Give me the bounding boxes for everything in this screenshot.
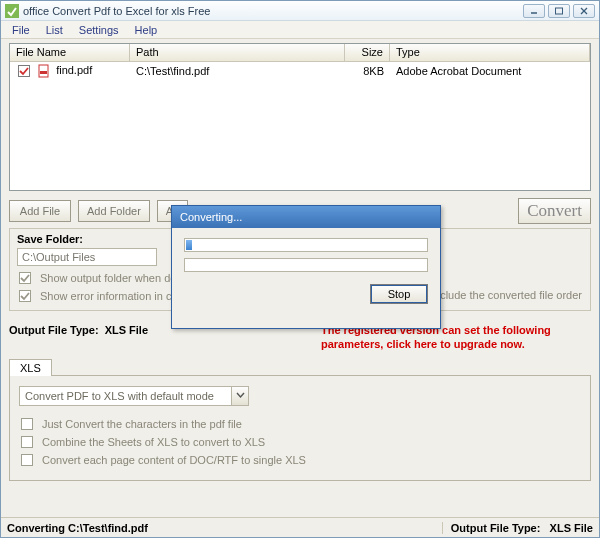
dialog-body: Stop [172, 228, 440, 328]
menu-file[interactable]: File [5, 23, 37, 37]
opt-each-page-label: Convert each page content of DOC/RTF to … [42, 454, 306, 466]
file-grid[interactable]: File Name Path Size Type find.pdf C:\Tes… [9, 43, 591, 191]
mode-combo[interactable]: Convert PDF to XLS with default mode [19, 386, 249, 406]
checkbox-icon [21, 454, 33, 466]
main-window: office Convert Pdf to Excel for xls Free… [0, 0, 600, 538]
tab-body: Convert PDF to XLS with default mode Jus… [9, 375, 591, 481]
app-icon [5, 4, 19, 18]
progress-fill [186, 240, 192, 250]
opt-combine-label: Combine the Sheets of XLS to convert to … [42, 436, 265, 448]
opt-just-chars-label: Just Convert the characters in the pdf f… [42, 418, 242, 430]
statusbar: Converting C:\Test\find.pdf Output File … [1, 517, 599, 537]
col-type[interactable]: Type [390, 44, 590, 61]
minimize-button[interactable] [523, 4, 545, 18]
opt-show-folder-label: Show output folder when done [40, 272, 189, 284]
menubar: File List Settings Help [1, 21, 599, 39]
add-folder-button[interactable]: Add Folder [78, 200, 150, 222]
checkbox-icon [21, 418, 33, 430]
window-title: office Convert Pdf to Excel for xls Free [23, 5, 523, 17]
cell-type: Adobe Acrobat Document [390, 63, 590, 79]
opt-include-order-label: Include the converted file order [431, 289, 582, 301]
cell-file-name: find.pdf [10, 62, 130, 80]
menu-list[interactable]: List [39, 23, 70, 37]
col-path[interactable]: Path [130, 44, 345, 61]
combo-selected: Convert PDF to XLS with default mode [20, 390, 231, 402]
tab-xls[interactable]: XLS [9, 359, 52, 376]
checkbox-icon [19, 272, 31, 284]
checkbox-icon [19, 290, 31, 302]
chevron-down-icon[interactable] [231, 387, 248, 405]
cell-size: 8KB [345, 63, 390, 79]
file-name-text: find.pdf [56, 64, 92, 76]
window-buttons [523, 4, 595, 18]
status-right: Output File Type: XLS File [442, 522, 593, 534]
maximize-button[interactable] [548, 4, 570, 18]
stop-button[interactable]: Stop [370, 284, 428, 304]
col-size[interactable]: Size [345, 44, 390, 61]
menu-help[interactable]: Help [128, 23, 165, 37]
output-type-value: XLS File [105, 324, 148, 336]
row-checkbox[interactable] [18, 65, 30, 77]
output-type-label: Output File Type: [9, 324, 99, 336]
status-left: Converting C:\Test\find.pdf [7, 522, 148, 534]
grid-header: File Name Path Size Type [10, 44, 590, 62]
svg-rect-2 [556, 8, 563, 14]
convert-button[interactable]: Convert [518, 198, 591, 224]
col-file-name[interactable]: File Name [10, 44, 130, 61]
opt-combine[interactable]: Combine the Sheets of XLS to convert to … [19, 436, 581, 448]
status-right-value: XLS File [550, 522, 593, 534]
opt-just-chars[interactable]: Just Convert the characters in the pdf f… [19, 418, 581, 430]
close-button[interactable] [573, 4, 595, 18]
svg-rect-0 [5, 4, 19, 18]
tab-area: XLS Convert PDF to XLS with default mode… [9, 358, 591, 481]
table-row[interactable]: find.pdf C:\Test\find.pdf 8KB Adobe Acro… [10, 62, 590, 80]
progress-bar-1 [184, 238, 428, 252]
dialog-title: Converting... [172, 206, 440, 228]
svg-rect-6 [40, 71, 47, 74]
add-file-button[interactable]: Add File [9, 200, 71, 222]
menu-settings[interactable]: Settings [72, 23, 126, 37]
save-path-field[interactable]: C:\Output Files [17, 248, 157, 266]
opt-each-page[interactable]: Convert each page content of DOC/RTF to … [19, 454, 581, 466]
checkbox-icon [21, 436, 33, 448]
cell-path: C:\Test\find.pdf [130, 63, 345, 79]
pdf-icon [37, 64, 51, 78]
status-right-label: Output File Type: [451, 522, 541, 534]
converting-dialog: Converting... Stop [171, 205, 441, 329]
progress-bar-2 [184, 258, 428, 272]
titlebar: office Convert Pdf to Excel for xls Free [1, 1, 599, 21]
